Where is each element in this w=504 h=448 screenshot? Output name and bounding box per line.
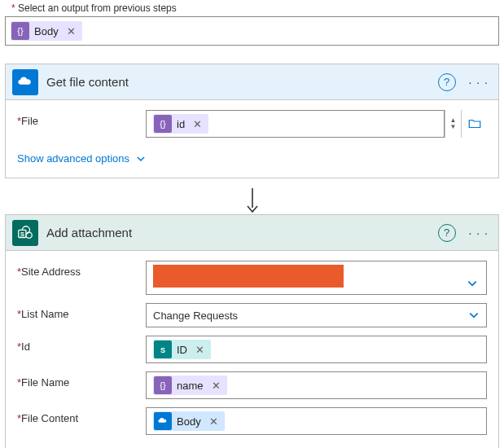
svg-text:{}: {} bbox=[160, 380, 166, 390]
file-content-input[interactable]: Body ✕ bbox=[146, 407, 487, 435]
add-attach-title: Add attachment bbox=[46, 226, 438, 239]
list-name-label: *List Name bbox=[17, 303, 146, 327]
list-name-select[interactable]: Change Requests bbox=[146, 303, 487, 327]
id-row: *Id S ID ✕ bbox=[17, 336, 487, 363]
stepper[interactable]: ▲ ▼ bbox=[445, 110, 461, 138]
id-token-label: ID bbox=[177, 344, 192, 356]
required-asterisk: * bbox=[11, 2, 15, 14]
svg-text:S: S bbox=[160, 346, 165, 354]
add-attachment-card: S Add attachment ? · · · *Site Address bbox=[5, 214, 499, 448]
get-file-content-card: Get file content ? · · · *File {} id ✕ bbox=[5, 64, 499, 178]
onedrive-icon bbox=[12, 69, 38, 95]
close-icon[interactable]: ✕ bbox=[208, 380, 224, 392]
body-token[interactable]: {} Body ✕ bbox=[11, 21, 82, 41]
file-name-label: *File Name bbox=[17, 371, 146, 399]
get-file-title: Get file content bbox=[46, 75, 438, 89]
more-button[interactable]: · · · bbox=[466, 76, 492, 89]
close-icon[interactable]: ✕ bbox=[192, 344, 208, 356]
chevron-down-icon[interactable] bbox=[468, 310, 480, 321]
file-content-row: *File Content Body ✕ bbox=[17, 407, 487, 435]
name-token-label: name bbox=[177, 380, 208, 392]
body-token-label: Body bbox=[177, 415, 206, 428]
site-address-row: *Site Address bbox=[17, 261, 487, 295]
file-label: *File bbox=[17, 110, 146, 138]
file-input[interactable]: {} id ✕ bbox=[146, 110, 445, 138]
sharepoint-icon: S bbox=[154, 340, 172, 358]
sharepoint-icon: S bbox=[12, 220, 38, 246]
braces-icon: {} bbox=[154, 376, 172, 394]
show-advanced-text: Show advanced options bbox=[17, 152, 129, 165]
svg-text:S: S bbox=[20, 230, 24, 237]
chevron-down-icon[interactable] bbox=[467, 278, 478, 289]
file-name-row: *File Name {} name ✕ bbox=[17, 371, 487, 399]
close-icon[interactable]: ✕ bbox=[206, 415, 221, 428]
name-token[interactable]: {} name ✕ bbox=[153, 376, 227, 395]
svg-text:{}: {} bbox=[160, 119, 166, 129]
add-attach-header[interactable]: S Add attachment ? · · · bbox=[6, 215, 498, 251]
list-name-value: Change Requests bbox=[153, 310, 238, 322]
flow-arrow bbox=[5, 187, 499, 214]
list-name-row: *List Name Change Requests bbox=[17, 303, 487, 327]
svg-point-3 bbox=[26, 232, 32, 238]
braces-icon: {} bbox=[154, 115, 172, 133]
show-advanced-link[interactable]: Show advanced options bbox=[17, 152, 146, 165]
svg-text:{}: {} bbox=[17, 26, 24, 36]
file-content-label: *File Content bbox=[17, 407, 146, 435]
redacted-value bbox=[153, 265, 344, 288]
top-label-text: Select an output from previous steps bbox=[18, 2, 177, 14]
add-attach-body: *Site Address *List Name Change Requests bbox=[6, 251, 498, 448]
id-field-token[interactable]: S ID ✕ bbox=[153, 340, 211, 359]
onedrive-icon bbox=[154, 412, 172, 430]
id-label: *Id bbox=[17, 336, 146, 363]
close-icon[interactable]: ✕ bbox=[64, 25, 79, 37]
body-token-label: Body bbox=[34, 25, 64, 37]
braces-icon: {} bbox=[11, 22, 29, 40]
chevron-down-icon bbox=[136, 154, 146, 164]
id-token[interactable]: {} id ✕ bbox=[153, 114, 208, 134]
more-button[interactable]: · · · bbox=[466, 226, 492, 239]
site-address-label: *Site Address bbox=[17, 261, 146, 295]
get-file-header[interactable]: Get file content ? · · · bbox=[6, 64, 498, 100]
id-input[interactable]: S ID ✕ bbox=[146, 336, 487, 363]
site-address-select[interactable] bbox=[146, 261, 487, 295]
close-icon[interactable]: ✕ bbox=[190, 118, 205, 130]
previous-output-field[interactable]: {} Body ✕ bbox=[5, 16, 499, 46]
folder-button[interactable] bbox=[461, 110, 487, 138]
chevron-down-icon[interactable]: ▼ bbox=[450, 124, 457, 130]
get-file-body: *File {} id ✕ ▲ ▼ bbox=[6, 100, 498, 178]
help-button[interactable]: ? bbox=[438, 73, 456, 91]
file-name-input[interactable]: {} name ✕ bbox=[146, 371, 487, 399]
help-button[interactable]: ? bbox=[438, 224, 456, 242]
top-label: * Select an output from previous steps bbox=[11, 2, 499, 14]
body-token[interactable]: Body ✕ bbox=[153, 411, 225, 431]
id-token-label: id bbox=[177, 118, 190, 130]
file-row: *File {} id ✕ ▲ ▼ bbox=[17, 110, 487, 138]
